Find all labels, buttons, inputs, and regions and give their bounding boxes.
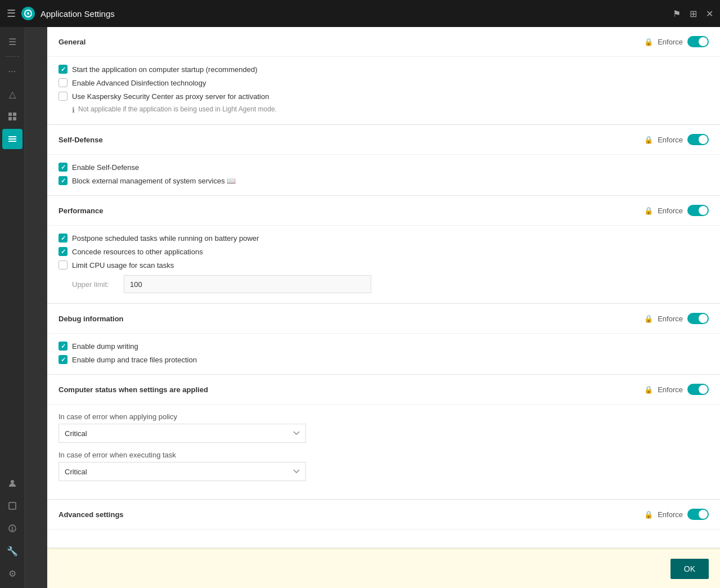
sidebar-item-box[interactable] (2, 496, 22, 516)
svg-rect-3 (13, 113, 16, 116)
svg-point-9 (11, 480, 14, 483)
menu-icon[interactable]: ☰ (7, 7, 16, 20)
dropdown-group-task: In case of error when executing task Cri… (58, 451, 709, 481)
computer-status-title: Computer status when settings are applie… (58, 385, 644, 394)
topbar-actions: ⚑ ⊞ ✕ (673, 8, 713, 19)
enforce-group-advanced: 🔒 Enforce (644, 509, 709, 520)
bookmark-icon[interactable]: ⊞ (690, 8, 697, 19)
enforce-toggle-debug[interactable] (687, 313, 709, 324)
upper-limit-row: Upper limit: (58, 275, 709, 293)
section-advanced: Advanced settings 🔒 Enforce (47, 500, 720, 548)
ok-button[interactable]: OK (670, 559, 709, 579)
main-content: General 🔒 Enforce (47, 27, 720, 588)
sidebar: ☰ ··· △ 🔧 ⚙ (0, 27, 25, 588)
checkbox-dump-writing[interactable] (58, 342, 68, 351)
checkbox-limit-cpu[interactable] (58, 261, 68, 270)
checkbox-disinfection[interactable] (58, 78, 68, 87)
block-external-link[interactable]: 📖 (227, 177, 236, 185)
section-body-general: Start the application on computer startu… (47, 57, 720, 124)
checkbox-concede[interactable] (58, 247, 68, 256)
enforce-label-debug: Enforce (658, 315, 683, 323)
checkbox-row: Enable dump and trace files protection (58, 355, 709, 364)
checkbox-proxy[interactable] (58, 92, 68, 101)
enforce-group-self-defense: 🔒 Enforce (644, 134, 709, 145)
lock-icon-debug: 🔒 (644, 315, 653, 323)
inner-sidebar (25, 27, 47, 588)
checkbox-row: Concede resources to other applications (58, 247, 709, 256)
sidebar-item-wrench[interactable]: 🔧 (2, 541, 22, 561)
section-header-debug: Debug information 🔒 Enforce (47, 304, 720, 334)
app-icon (21, 7, 35, 20)
debug-title: Debug information (58, 315, 644, 323)
section-header-computer-status: Computer status when settings are applie… (47, 375, 720, 405)
svg-point-13 (12, 529, 13, 531)
checkbox-startup[interactable] (58, 65, 68, 74)
section-body-advanced (47, 529, 720, 547)
checkbox-enable-self-defense[interactable] (58, 163, 68, 172)
svg-rect-8 (8, 141, 16, 142)
dropdown-group-policy: In case of error when applying policy Cr… (58, 412, 709, 443)
svg-rect-10 (9, 502, 16, 509)
checkbox-block-external[interactable] (58, 176, 68, 185)
dropdown-policy-select[interactable]: Critical Warning OK (58, 424, 306, 443)
svg-rect-4 (8, 117, 12, 120)
checkbox-row: Limit CPU usage for scan tasks (58, 261, 709, 270)
checkbox-block-external-label: Block external management of system serv… (72, 177, 236, 185)
enforce-group-general: 🔒 Enforce (644, 36, 709, 47)
info-icon: ℹ (72, 106, 75, 114)
dropdown-policy-label: In case of error when applying policy (58, 412, 709, 421)
section-body-self-defense: Enable Self-Defense Block external manag… (47, 155, 720, 195)
checkbox-row: Enable Advanced Disinfection technology (58, 78, 709, 87)
flag-icon[interactable]: ⚑ (673, 8, 681, 19)
sidebar-item-settings[interactable]: ⚙ (2, 563, 22, 583)
checkbox-row: Enable dump writing (58, 342, 709, 351)
sidebar-item-dots[interactable]: ··· (2, 61, 22, 82)
checkbox-concede-label: Concede resources to other applications (72, 248, 203, 256)
info-row: ℹ Not applicable if the application is b… (58, 105, 709, 114)
section-general: General 🔒 Enforce (47, 27, 720, 125)
svg-point-1 (27, 12, 29, 15)
lock-icon-self-defense: 🔒 (644, 136, 653, 144)
close-icon[interactable]: ✕ (706, 8, 713, 19)
checkbox-row: Enable Self-Defense (58, 163, 709, 172)
info-text: Not applicable if the application is bei… (78, 105, 277, 113)
sidebar-item-active[interactable] (2, 129, 22, 149)
content-area: General 🔒 Enforce (47, 27, 720, 549)
enforce-label-computer-status: Enforce (658, 385, 683, 394)
section-header-self-defense: Self-Defense 🔒 Enforce (47, 125, 720, 155)
checkbox-postpone[interactable] (58, 234, 68, 243)
sidebar-item-grid[interactable] (2, 106, 22, 127)
sidebar-item-alert[interactable]: △ (2, 84, 22, 104)
enforce-toggle-self-defense[interactable] (687, 134, 709, 145)
section-body-performance: Postpone scheduled tasks while running o… (47, 226, 720, 303)
enforce-group-computer-status: 🔒 Enforce (644, 384, 709, 395)
svg-rect-7 (8, 138, 16, 140)
topbar: ☰ Application Settings ⚑ ⊞ ✕ (0, 0, 720, 27)
checkbox-dump-writing-label: Enable dump writing (72, 342, 138, 351)
enforce-toggle-general[interactable] (687, 36, 709, 47)
svg-rect-5 (13, 117, 16, 120)
general-title: General (58, 38, 644, 46)
section-debug: Debug information 🔒 Enforce (47, 304, 720, 375)
sidebar-item-menu[interactable]: ☰ (2, 32, 22, 52)
checkbox-limit-cpu-label: Limit CPU usage for scan tasks (72, 261, 174, 270)
sidebar-item-circle[interactable] (2, 518, 22, 538)
enforce-toggle-advanced[interactable] (687, 509, 709, 520)
advanced-title: Advanced settings (58, 510, 644, 519)
dropdown-task-select[interactable]: Critical Warning OK (58, 462, 306, 481)
performance-title: Performance (58, 207, 644, 215)
checkbox-dump-protection[interactable] (58, 355, 68, 364)
enforce-toggle-performance[interactable] (687, 205, 709, 216)
enforce-label-self-defense: Enforce (658, 136, 683, 144)
upper-limit-label: Upper limit: (72, 280, 117, 289)
checkbox-row: Start the application on computer startu… (58, 65, 709, 74)
upper-limit-input[interactable] (124, 275, 371, 293)
sidebar-item-user[interactable] (2, 473, 22, 493)
enforce-toggle-computer-status[interactable] (687, 384, 709, 395)
bottom-bar: OK (47, 549, 720, 588)
lock-icon-advanced: 🔒 (644, 510, 653, 519)
checkbox-enable-self-defense-label: Enable Self-Defense (72, 163, 139, 172)
self-defense-title: Self-Defense (58, 136, 644, 144)
app-container: ☰ Application Settings ⚑ ⊞ ✕ ☰ ··· △ (0, 0, 720, 588)
section-self-defense: Self-Defense 🔒 Enforce (47, 125, 720, 196)
